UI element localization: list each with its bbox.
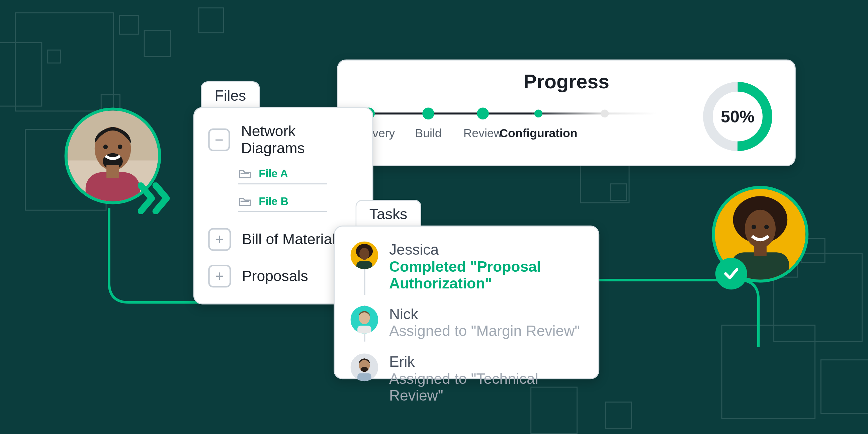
step-dot xyxy=(422,107,434,120)
svg-point-15 xyxy=(751,225,756,229)
step-dot xyxy=(477,107,489,120)
progress-donut: 50% xyxy=(700,79,775,154)
task-row: Erik Assigned to "Technical Review" xyxy=(335,347,598,411)
task-avatar xyxy=(350,353,378,381)
tasks-card: Jessica Completed "Proposal Authorizatio… xyxy=(334,225,599,379)
svg-point-31 xyxy=(361,367,368,372)
tasks-tab[interactable]: Tasks xyxy=(355,200,421,229)
file-label: File B xyxy=(259,195,288,209)
file-item[interactable]: File A xyxy=(238,164,327,184)
progress-percent: 50% xyxy=(700,79,775,154)
task-status: Assigned to "Technical Review" xyxy=(389,370,583,404)
svg-point-22 xyxy=(360,248,369,260)
task-name: Erik xyxy=(389,353,583,370)
svg-point-16 xyxy=(764,225,769,229)
tree-item-label: Proposals xyxy=(242,268,308,284)
files-tab[interactable]: Files xyxy=(201,81,260,111)
task-row: Nick Assigned to "Margin Review" xyxy=(335,299,598,346)
svg-rect-23 xyxy=(356,261,372,269)
step-label: Configuration xyxy=(499,126,577,140)
svg-rect-14 xyxy=(754,243,767,256)
expand-icon[interactable]: + xyxy=(208,228,231,251)
folder-icon xyxy=(238,196,252,208)
step-label: Review xyxy=(463,126,503,140)
file-label: File A xyxy=(259,168,288,181)
progress-card: Progress Discovery Build Review Configur… xyxy=(337,60,796,166)
step-dot xyxy=(601,110,609,118)
task-avatar xyxy=(350,306,378,334)
svg-rect-6 xyxy=(106,165,119,178)
check-badge-icon xyxy=(715,258,747,289)
tree-item-label: Network Diagrams xyxy=(241,123,359,157)
collapse-icon[interactable]: − xyxy=(208,128,230,151)
svg-point-8 xyxy=(118,145,122,149)
task-name: Nick xyxy=(389,306,580,322)
step-dot xyxy=(534,110,542,118)
task-status: Assigned to "Margin Review" xyxy=(389,322,580,339)
expand-icon[interactable]: + xyxy=(208,265,231,287)
task-status: Completed "Proposal Authorization" xyxy=(389,258,583,292)
svg-point-7 xyxy=(103,145,108,149)
file-item[interactable]: File B xyxy=(238,191,327,212)
chevrons-icon xyxy=(138,182,173,216)
svg-rect-27 xyxy=(358,326,371,334)
task-avatar xyxy=(350,241,378,269)
svg-point-12 xyxy=(745,210,776,248)
task-row: Jessica Completed "Proposal Authorizatio… xyxy=(335,235,598,299)
tree-item-label: Bill of Materials xyxy=(242,231,343,248)
task-name: Jessica xyxy=(389,241,583,258)
svg-rect-32 xyxy=(358,373,371,381)
tree-item[interactable]: − Network Diagrams xyxy=(194,116,372,164)
step-label: Build xyxy=(415,126,441,140)
folder-icon xyxy=(238,169,252,180)
